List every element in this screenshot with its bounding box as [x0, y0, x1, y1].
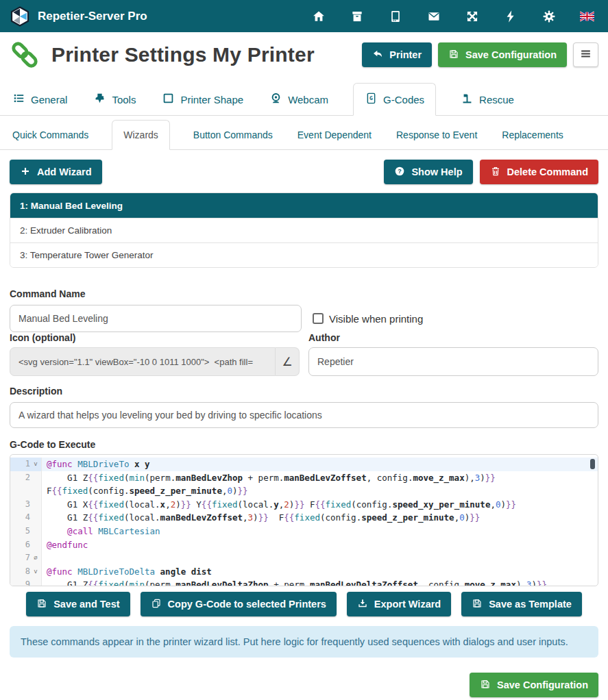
gcode-to-execute-label: G-Code to Execute	[10, 439, 598, 450]
tab-webcam[interactable]: Webcam	[268, 84, 330, 115]
editor-gutter-cell[interactable]: 4	[10, 511, 42, 525]
export-wizard-button[interactable]: Export Wizard	[347, 592, 451, 616]
add-wizard-button[interactable]: Add Wizard	[10, 160, 102, 184]
icon-optional-label: Icon (optional)	[10, 332, 300, 343]
trash-icon	[490, 166, 501, 179]
rescue-probe-icon	[461, 92, 474, 107]
subtab-wizards[interactable]: Wizards	[112, 120, 170, 150]
tablet-icon[interactable]	[388, 9, 402, 23]
question-circle-icon: ?	[394, 166, 405, 179]
editor-code-cell[interactable]: @func MBLDriveTo x y	[42, 458, 598, 471]
gear-icon[interactable]	[542, 9, 556, 23]
editor-gutter-cell[interactable]: 7∅	[10, 551, 42, 565]
top-navbar: Repetier-Server Pro	[0, 0, 608, 32]
gcode-editor[interactable]: 1v@func MBLDriveTo x y2 G1 Z{{fixed(min(…	[10, 454, 598, 586]
wizard-list-item[interactable]: 3: Temperature Tower Generator	[10, 242, 598, 267]
editor-code-cell[interactable]: G1 Z{{fixed(min(perm.manBedLevDeltaZhop …	[42, 578, 598, 586]
editor-code-cell[interactable]: F{{fixed(config.speed_z_per_minute,0)}}	[42, 484, 598, 498]
tab-gcodes[interactable]: G G-Codes	[353, 83, 436, 116]
wizard-list-item[interactable]: 1: Manual Bed Leveling	[10, 193, 598, 218]
wizard-list-item[interactable]: 2: Extruder Calibration	[10, 218, 598, 242]
tab-rescue[interactable]: Rescue	[459, 84, 515, 115]
visible-when-printing-label: Visible when printing	[329, 313, 423, 325]
list-icon	[12, 92, 25, 107]
editor-code-cell[interactable]: G1 X{{fixed(local.x,2)}} Y{{fixed(local.…	[42, 498, 598, 512]
tab-printer-shape[interactable]: Printer Shape	[160, 84, 245, 115]
archive-box-icon[interactable]	[350, 9, 364, 23]
copy-gcode-button[interactable]: Copy G-Code to selected Printers	[141, 592, 337, 616]
editor-line[interactable]: 6@endfunc	[10, 538, 598, 552]
editor-gutter-cell[interactable]: 9	[10, 578, 42, 586]
visible-when-printing-checkbox[interactable]	[313, 313, 324, 324]
gcode-file-icon: G	[365, 92, 378, 107]
editor-gutter-cell[interactable]: 8v	[10, 565, 42, 579]
footer: Save Configuration	[10, 673, 598, 697]
save-as-template-button[interactable]: Save as Template	[461, 592, 582, 616]
editor-gutter-cell[interactable]	[10, 484, 42, 498]
visible-when-printing-group: Visible when printing	[313, 313, 423, 325]
show-help-button[interactable]: ? Show Help	[384, 160, 472, 184]
editor-gutter-cell[interactable]: 3	[10, 498, 42, 512]
editor-code-cell[interactable]: @call MBLCartesian	[42, 525, 598, 538]
delete-command-button[interactable]: Delete Command	[480, 160, 598, 184]
chain-link-icon	[10, 40, 40, 70]
editor-scrollbar-thumb[interactable]	[590, 459, 595, 469]
save-configuration-button-bottom[interactable]: Save Configuration	[470, 673, 598, 697]
hamburger-menu-button[interactable]	[573, 42, 598, 67]
editor-line[interactable]: F{{fixed(config.speed_z_per_minute,0)}}	[10, 484, 598, 498]
mail-icon[interactable]	[426, 9, 441, 23]
editor-gutter-cell[interactable]: 1v	[10, 458, 42, 471]
wizard-actions: Save and Test Copy G-Code to selected Pr…	[0, 592, 608, 616]
wizard-list: 1: Manual Bed Leveling 2: Extruder Calib…	[10, 192, 598, 268]
editor-gutter-cell[interactable]: 6	[10, 538, 42, 552]
editor-code-cell[interactable]: G1 Z{{fixed(min(perm.manBedLevZhop + per…	[42, 471, 598, 485]
editor-gutter-cell[interactable]: 2	[10, 471, 42, 485]
subtab-response-to-event[interactable]: Response to Event	[395, 121, 478, 149]
uk-flag-icon[interactable]	[580, 9, 594, 23]
command-name-row: Visible when printing	[10, 305, 598, 332]
subtab-replacements[interactable]: Replacements	[500, 121, 565, 149]
editor-gutter-cell[interactable]: 5	[10, 525, 42, 538]
editor-line[interactable]: 3 G1 X{{fixed(local.x,2)}} Y{{fixed(loca…	[10, 498, 598, 512]
info-alert: These commands appear in the printer wiz…	[10, 626, 598, 658]
editor-code-cell[interactable]: @func MBLDriveToDelta angle dist	[42, 565, 598, 579]
floppy-icon	[472, 598, 483, 611]
editor-line[interactable]: 8v@func MBLDriveToDelta angle dist	[10, 565, 598, 579]
angle-icon[interactable]: ∠	[276, 347, 300, 376]
page-header: Printer Settings My Printer Printer Save…	[0, 32, 608, 76]
editor-line[interactable]: 4 G1 Z{{fixed(local.manBedLevZoffset,3)}…	[10, 511, 598, 525]
svg-text:G: G	[369, 95, 373, 101]
printer-button[interactable]: Printer	[362, 42, 432, 67]
app-logo[interactable]	[10, 6, 30, 27]
editor-line[interactable]: 9 G1 Z{{fixed(min(perm.manBedLevDeltaZho…	[10, 578, 598, 586]
expand-arrows-icon[interactable]	[465, 9, 479, 23]
editor-line[interactable]: 7∅	[10, 551, 598, 565]
author-input[interactable]	[308, 347, 598, 376]
editor-line[interactable]: 2 G1 Z{{fixed(min(perm.manBedLevZhop + p…	[10, 471, 598, 485]
plus-icon	[20, 166, 31, 179]
tab-tools[interactable]: Tools	[92, 84, 137, 115]
subtab-event-dependent[interactable]: Event Dependent	[296, 121, 373, 149]
subtab-button-commands[interactable]: Button Commands	[192, 121, 274, 149]
download-icon	[357, 598, 368, 611]
floppy-icon	[448, 49, 459, 62]
editor-code-cell[interactable]: G1 Z{{fixed(local.manBedLevZoffset,3)}} …	[42, 511, 598, 525]
editor-line[interactable]: 1v@func MBLDriveTo x y	[10, 458, 598, 471]
floppy-icon	[480, 679, 491, 692]
command-name-input[interactable]	[10, 305, 302, 332]
subtab-quick-commands[interactable]: Quick Commands	[11, 121, 90, 149]
wizard-toolbar: Add Wizard ? Show Help Delete Command	[10, 160, 598, 184]
description-input[interactable]	[10, 402, 598, 428]
icon-svg-input[interactable]	[10, 347, 276, 376]
editor-code-cell[interactable]: @endfunc	[42, 538, 598, 552]
editor-line[interactable]: 5 @call MBLCartesian	[10, 525, 598, 538]
bolt-icon[interactable]	[503, 9, 518, 23]
save-configuration-button-top[interactable]: Save Configuration	[438, 42, 567, 67]
editor-code-cell[interactable]	[42, 551, 598, 565]
app-title: Repetier-Server Pro	[38, 10, 147, 23]
home-icon[interactable]	[311, 9, 326, 23]
tab-general[interactable]: General	[11, 84, 69, 115]
page-title: Printer Settings My Printer	[51, 43, 315, 66]
main-tabs: General Tools Printer Shape Webcam G G-C…	[0, 76, 608, 116]
save-and-test-button[interactable]: Save and Test	[26, 592, 130, 616]
